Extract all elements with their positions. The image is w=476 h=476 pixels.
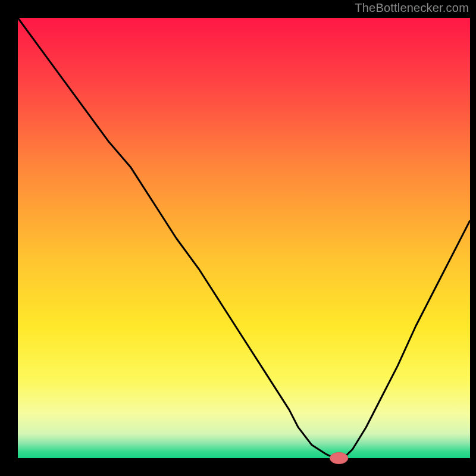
plot-background (18, 18, 470, 458)
chart-container: TheBottlenecker.com (0, 0, 476, 476)
bottleneck-chart (0, 0, 476, 476)
optimum-marker (330, 452, 347, 464)
